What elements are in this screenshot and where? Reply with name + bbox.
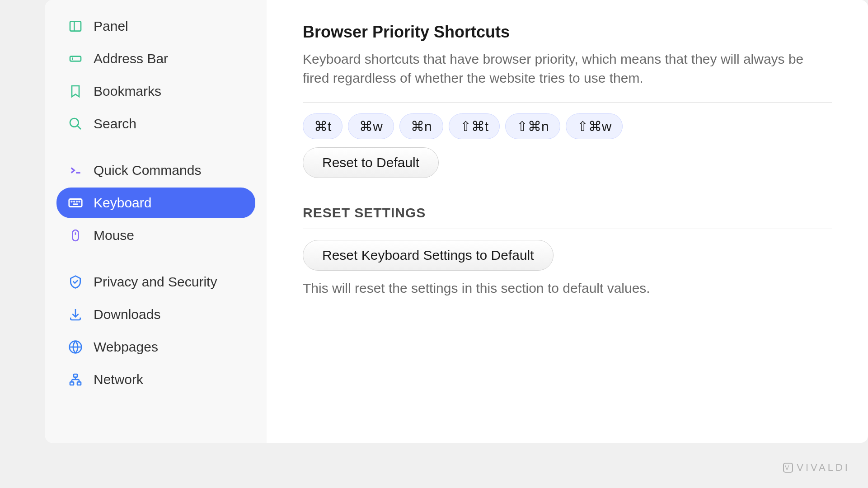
sidebar-item-label: Downloads <box>94 307 160 322</box>
shortcut-pill[interactable]: ⌘n <box>399 113 443 139</box>
svg-rect-19 <box>70 382 74 385</box>
sidebar-item-addressbar[interactable]: Address Bar <box>56 43 255 74</box>
svg-point-8 <box>71 201 72 202</box>
network-icon <box>67 371 84 388</box>
sidebar-item-quickcommands[interactable]: Quick Commands <box>56 155 255 186</box>
shortcut-pill[interactable]: ⇧⌘t <box>449 113 500 139</box>
sidebar-item-label: Bookmarks <box>94 84 161 99</box>
sidebar-item-keyboard[interactable]: Keyboard <box>56 188 255 218</box>
keyboard-icon <box>67 195 84 211</box>
sidebar-item-label: Privacy and Security <box>94 274 217 290</box>
sidebar-item-label: Mouse <box>94 228 134 243</box>
svg-point-10 <box>76 201 77 202</box>
svg-rect-7 <box>69 199 82 207</box>
reset-keyboard-settings-button[interactable]: Reset Keyboard Settings to Default <box>303 240 554 271</box>
sidebar-item-search[interactable]: Search <box>56 108 255 139</box>
vivaldi-brand-text: VIVALDI <box>797 462 850 474</box>
svg-rect-18 <box>74 374 77 377</box>
svg-rect-13 <box>72 230 78 241</box>
sidebar-item-label: Keyboard <box>94 195 151 211</box>
sidebar-item-mouse[interactable]: Mouse <box>56 220 255 251</box>
svg-rect-2 <box>70 56 81 61</box>
sidebar-item-label: Search <box>94 116 136 131</box>
shield-icon <box>67 274 84 290</box>
divider <box>303 229 832 229</box>
sidebar-group-appearance: Panel Address Bar Bookmarks Search <box>56 11 255 139</box>
sidebar-item-downloads[interactable]: Downloads <box>56 299 255 330</box>
sidebar-item-network[interactable]: Network <box>56 364 255 395</box>
settings-sidebar: Panel Address Bar Bookmarks Search <box>45 0 267 443</box>
sidebar-item-privacy[interactable]: Privacy and Security <box>56 267 255 297</box>
divider <box>303 102 832 103</box>
download-icon <box>67 306 84 323</box>
shortcuts-list: ⌘t ⌘w ⌘n ⇧⌘t ⇧⌘n ⇧⌘w <box>303 113 832 139</box>
vivaldi-logo-icon: V <box>783 463 793 473</box>
settings-window: Panel Address Bar Bookmarks Search <box>45 0 868 443</box>
quickcommands-icon <box>67 162 84 178</box>
panel-icon <box>67 18 84 34</box>
reset-priority-default-button[interactable]: Reset to Default <box>303 147 439 178</box>
sidebar-item-bookmarks[interactable]: Bookmarks <box>56 76 255 107</box>
sidebar-item-label: Webpages <box>94 339 158 355</box>
shortcut-pill[interactable]: ⇧⌘w <box>566 113 623 139</box>
svg-rect-20 <box>77 382 81 385</box>
shortcut-pill[interactable]: ⌘t <box>303 113 343 139</box>
svg-point-9 <box>74 201 74 202</box>
priority-shortcuts-description: Keyboard shortcuts that have browser pri… <box>303 50 832 88</box>
sidebar-item-webpages[interactable]: Webpages <box>56 332 255 362</box>
addressbar-icon <box>67 51 84 67</box>
sidebar-item-label: Quick Commands <box>94 163 201 178</box>
globe-icon <box>67 339 84 355</box>
shortcut-pill[interactable]: ⌘w <box>348 113 394 139</box>
sidebar-item-panel[interactable]: Panel <box>56 11 255 42</box>
svg-line-5 <box>77 126 81 129</box>
sidebar-item-label: Panel <box>94 19 128 34</box>
reset-settings-header: RESET SETTINGS <box>303 205 832 221</box>
svg-rect-0 <box>70 21 81 31</box>
reset-note: This will reset the settings in this sec… <box>303 281 832 296</box>
sidebar-item-label: Network <box>94 372 143 387</box>
vivaldi-brand: V VIVALDI <box>783 462 850 474</box>
sidebar-item-label: Address Bar <box>94 51 168 66</box>
svg-point-11 <box>79 201 80 202</box>
bookmark-icon <box>67 83 84 99</box>
search-icon <box>67 116 84 132</box>
priority-shortcuts-title: Browser Priority Shortcuts <box>303 23 832 42</box>
sidebar-group-advanced: Privacy and Security Downloads Webpages … <box>56 267 255 395</box>
settings-content: Browser Priority Shortcuts Keyboard shor… <box>267 0 868 443</box>
svg-point-4 <box>70 118 79 127</box>
shortcut-pill[interactable]: ⇧⌘n <box>505 113 560 139</box>
mouse-icon <box>67 227 84 244</box>
sidebar-group-input: Quick Commands Keyboard Mouse <box>56 155 255 251</box>
